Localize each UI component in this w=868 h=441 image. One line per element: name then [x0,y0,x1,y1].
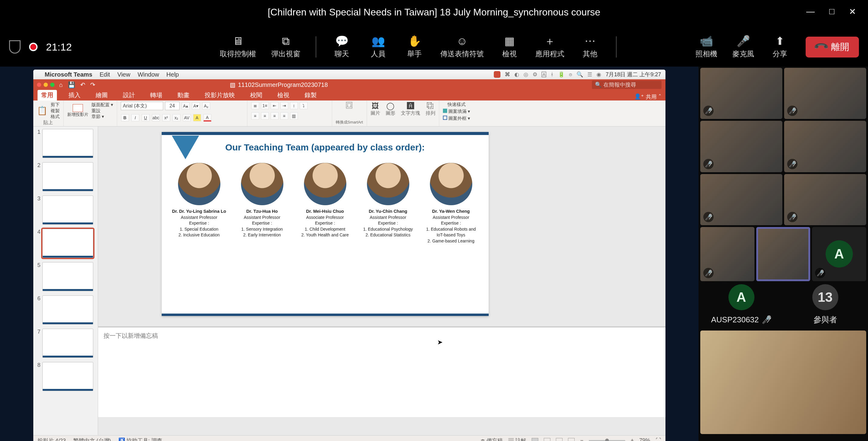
format-painter-button[interactable]: 格式 [51,114,60,120]
decrease-indent-button[interactable]: ⇤ [271,102,279,109]
zoom-slider[interactable] [589,440,625,441]
italic-button[interactable]: I [131,114,139,121]
smartart-icon[interactable]: ⿴ [346,102,353,109]
bullets-button[interactable]: ≣ [251,102,259,109]
slide-thumbnail[interactable]: 3 [35,195,96,225]
participant-tile[interactable]: 🎤̷ [700,68,782,119]
raise-hand-button[interactable]: ✋舉手 [404,35,425,59]
copy-button[interactable]: 複製 [51,108,60,114]
window-traffic-lights[interactable] [37,83,55,87]
bold-button[interactable]: B [121,114,129,121]
mac-clock[interactable]: 7月18日 週二 上午9:27 [606,71,661,78]
align-right-button[interactable]: ≡ [271,112,279,120]
search-input[interactable]: 🔍 在簡報中搜尋 [592,81,661,89]
zoom-level[interactable]: 79% [639,437,650,441]
highlight-button[interactable]: A [193,114,201,121]
battery-icon[interactable]: 🔋 [558,71,565,78]
zoom-in-button[interactable]: + [631,437,634,441]
participant-tile[interactable]: 🎤̷ [700,227,754,281]
slide-thumbnail[interactable]: 6 [35,295,96,324]
normal-view-button[interactable] [532,438,538,441]
columns-button[interactable]: ▥ [290,112,298,120]
slideshow-view-button[interactable] [568,438,575,441]
tab-transitions[interactable]: 轉場 [147,90,166,100]
sorter-view-button[interactable] [544,438,550,441]
participant-tile-active-speaker[interactable] [756,227,810,281]
privacy-shield-icon[interactable] [9,40,21,54]
wifi-icon[interactable]: ⌾ [569,71,572,78]
redo-icon[interactable]: ↷ [90,81,95,88]
font-name-select[interactable]: Arial (本文) [121,102,163,110]
tab-animations[interactable]: 動畫 [174,90,193,100]
camera-button[interactable]: 📹照相機 [695,35,717,59]
slide-canvas-area[interactable]: Our Teaching Team (appeared by class ord… [98,127,665,435]
line-spacing-button[interactable]: ↕ [290,102,298,109]
strikethrough-button[interactable]: abc [152,114,160,121]
subscript-button[interactable]: x₂ [173,114,181,121]
save-icon[interactable]: 💾 [68,81,75,88]
more-button[interactable]: ⋯其他 [580,35,601,59]
increase-indent-button[interactable]: ⇥ [280,102,288,109]
textbox-icon[interactable]: 🅰 [407,102,414,110]
siri-icon[interactable]: ◉ [596,71,601,78]
menubar-icon[interactable]: ◎ [524,71,528,78]
tab-review[interactable]: 校閱 [246,90,266,100]
reset-button[interactable]: 重設 [91,108,113,114]
participant-tile[interactable]: 🎤̷ [784,121,866,172]
slide-thumbnail[interactable]: 2 [35,162,96,191]
menubar-app-icon[interactable] [494,71,500,78]
paste-label[interactable]: 貼上 [37,120,60,126]
align-center-button[interactable]: ≡ [261,112,269,120]
document-name[interactable]: ▧ 11102SummerProgram20230718 [230,81,328,88]
section-button[interactable]: 章節 ▾ [91,114,113,120]
participant-tile[interactable]: 🎤̷ [784,68,866,119]
mic-button[interactable]: 🎤麥克風 [732,35,754,59]
justify-button[interactable]: ≡ [280,112,288,120]
chat-button[interactable]: 💬聊天 [331,35,352,59]
language-indicator[interactable]: 繁體中文 (台灣) [73,437,111,441]
popout-button[interactable]: ⧉彈出視窗 [271,35,300,59]
participant-tile[interactable]: A [700,284,782,310]
shapes-icon[interactable]: ◯ [386,102,395,110]
new-slide-icon[interactable] [73,104,83,112]
numbering-button[interactable]: 1≡ [261,102,269,109]
menubar-icon[interactable]: ⚙ [532,71,537,78]
accessibility-check[interactable]: ♿ 協助工具: 調查 [118,437,162,441]
fit-to-window-button[interactable]: ⛶ [656,437,661,441]
window-maximize[interactable]: □ [829,7,834,17]
window-close[interactable]: ✕ [849,7,856,17]
shape-fill-button[interactable]: 圖案填滿 ▾ [443,109,470,115]
view-button[interactable]: ▦檢視 [499,35,520,59]
tab-design[interactable]: 設計 [119,90,139,100]
decrease-font-button[interactable]: A▾ [192,102,200,109]
slide-thumbnail[interactable]: 1 [35,129,96,158]
clipboard-icon[interactable]: 📋 [37,106,48,116]
reactions-button[interactable]: ☺傳送表情符號 [440,35,484,59]
mac-menu-view[interactable]: View [117,71,130,78]
picture-icon[interactable]: 🖼 [372,102,379,110]
reading-view-button[interactable] [556,438,562,441]
participant-tile[interactable]: A 🎤̷ [812,227,866,281]
slide-counter[interactable]: 投影片 4/23 [37,437,66,441]
get-control-button[interactable]: 🖥取得控制權 [220,35,256,59]
search-icon[interactable]: 🔍 [577,71,583,78]
overflow-participants-button[interactable]: 13 [784,284,866,310]
tab-insert[interactable]: 插入 [65,90,84,100]
quick-styles-button[interactable]: 快速樣式 [447,102,466,107]
apps-button[interactable]: ＋應用程式 [535,35,564,59]
mac-menu-help[interactable]: Help [166,71,179,78]
menubar-icon[interactable]: ◐ [515,71,519,78]
leave-button[interactable]: 📞離開 [806,37,859,58]
align-left-button[interactable]: ≡ [251,112,259,120]
font-size-select[interactable]: 24 [165,102,180,110]
char-spacing-button[interactable]: AV [183,114,191,121]
tab-record[interactable]: 錄製 [301,90,320,100]
self-view-tile[interactable] [700,330,866,434]
menubar-icon[interactable]: ⌘ [505,71,510,78]
undo-icon[interactable]: ↶ [80,81,85,88]
mac-menu-edit[interactable]: Edit [100,71,110,78]
zoom-out-button[interactable]: − [580,437,583,441]
participant-tile[interactable]: 🎤̷ [700,121,782,172]
superscript-button[interactable]: x² [162,114,170,121]
participant-tile[interactable]: 🎤̷ [784,174,866,225]
